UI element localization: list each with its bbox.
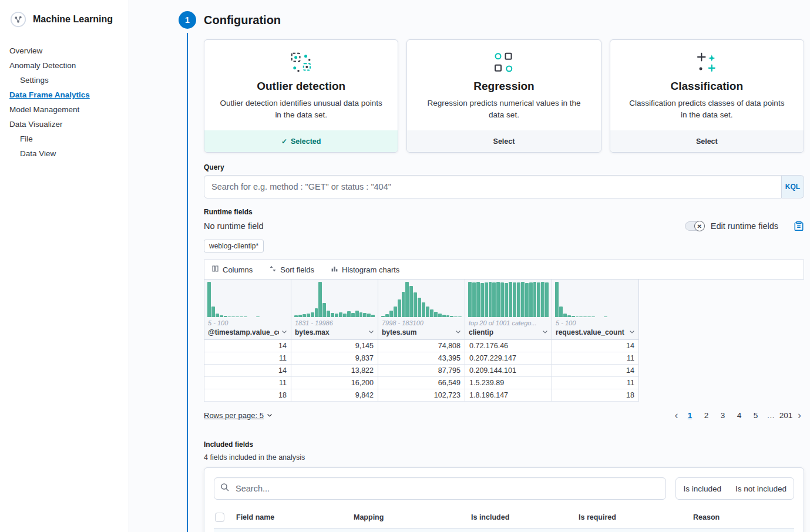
grid-cell[interactable]: 13,822 xyxy=(291,365,378,377)
query-input[interactable] xyxy=(204,175,782,198)
included-fields-panel: Is includedIs not included Field nameMap… xyxy=(204,467,804,532)
card-footer-button[interactable]: Select xyxy=(407,130,600,152)
column-header-timestamp-value-count[interactable]: 5 - 100@timestamp.value_count xyxy=(204,280,291,340)
sidebar-item-data-visualizer[interactable]: Data Visualizer xyxy=(0,117,129,132)
grid-cell[interactable]: 74,808 xyxy=(378,340,465,352)
column-name: bytes.max xyxy=(295,328,366,336)
grid-cell[interactable]: 1.8.196.147 xyxy=(465,389,552,402)
grid-cell[interactable]: 16,200 xyxy=(291,377,378,389)
filter-button-is-not-included[interactable]: Is not included xyxy=(728,478,794,499)
histogram-charts-button[interactable]: Histogram charts xyxy=(331,265,399,274)
columns-button[interactable]: Columns xyxy=(211,265,253,274)
card-title: Classification xyxy=(626,80,788,93)
pagination-ellipsis: … xyxy=(765,411,778,420)
column-header-request-value-count[interactable]: 5 - 100request.value_count xyxy=(552,280,639,340)
pagination-page-201[interactable]: 201 xyxy=(778,408,794,423)
grid-cell[interactable]: 66,549 xyxy=(378,377,465,389)
sidebar-item-file[interactable]: File xyxy=(0,132,129,146)
grid-cell[interactable]: 9,837 xyxy=(291,352,378,365)
sidebar-item-settings[interactable]: Settings xyxy=(0,73,129,87)
copy-icon[interactable] xyxy=(794,221,804,231)
app-title: Machine Learning xyxy=(33,14,113,25)
kql-button[interactable]: KQL xyxy=(782,175,804,198)
grid-cell[interactable]: 1.5.239.89 xyxy=(465,377,552,389)
card-description: Classification predicts classes of data … xyxy=(626,97,788,120)
columns-icon xyxy=(211,265,219,274)
column-name: clientip xyxy=(469,328,540,336)
grid-cell[interactable]: 11 xyxy=(552,352,639,365)
chevron-down-icon[interactable] xyxy=(368,328,374,336)
table-header-is-included[interactable]: Is included xyxy=(471,513,579,521)
histogram-chart xyxy=(291,280,378,317)
grid-cell[interactable]: 18 xyxy=(204,389,291,402)
card-footer-label: Select xyxy=(493,137,515,146)
pagination-prev-icon[interactable]: ‹ xyxy=(672,410,681,420)
filter-group: Is includedIs not included xyxy=(675,477,794,500)
grid-cell[interactable]: 14 xyxy=(204,340,291,352)
card-outlier-detection[interactable]: Outlier detectionOutlier detection ident… xyxy=(204,39,398,153)
histogram-chart xyxy=(378,280,465,317)
sort-fields-button-label: Sort fields xyxy=(280,265,314,274)
grid-cell[interactable]: 11 xyxy=(552,377,639,389)
grid-cell[interactable]: 11 xyxy=(204,352,291,365)
card-body: RegressionRegression predicts numerical … xyxy=(407,40,600,130)
grid-cell[interactable]: 87,795 xyxy=(378,365,465,377)
column-header-bytes-max[interactable]: 1831 - 19986bytes.max xyxy=(291,280,378,340)
column-header-bytes-sum[interactable]: 7998 - 183100bytes.sum xyxy=(378,280,465,340)
column-header-clientip[interactable]: top 20 of 1001 catego...clientip xyxy=(465,280,552,340)
grid-cell[interactable]: 102,723 xyxy=(378,389,465,402)
pagination-next-icon[interactable]: › xyxy=(795,410,804,420)
table-header-field-name[interactable]: Field name xyxy=(236,513,354,521)
sidebar-item-data-view[interactable]: Data View xyxy=(0,146,129,161)
data-grid: 5 - 100@timestamp.value_count1831 - 1998… xyxy=(204,280,639,402)
fields-search-input[interactable] xyxy=(234,483,660,494)
table-header-mapping[interactable]: Mapping xyxy=(354,513,471,521)
card-classification[interactable]: ClassificationClassification predicts cl… xyxy=(610,39,804,153)
pagination-page-2[interactable]: 2 xyxy=(699,408,714,423)
pagination-page-4[interactable]: 4 xyxy=(732,408,747,423)
table-header-is-required[interactable]: Is required xyxy=(579,513,693,521)
sort-fields-button[interactable]: Sort fields xyxy=(269,265,314,274)
machine-learning-logo-icon xyxy=(9,11,27,28)
grid-row: 149,14574,8080.72.176.4614 xyxy=(204,340,639,352)
chevron-down-icon[interactable] xyxy=(629,328,635,336)
filter-button-is-included[interactable]: Is included xyxy=(676,478,728,499)
grid-cell[interactable]: 9,842 xyxy=(291,389,378,402)
grid-cell[interactable]: 0.207.229.147 xyxy=(465,352,552,365)
grid-cell[interactable]: 14 xyxy=(552,340,639,352)
sidebar-item-overview[interactable]: Overview xyxy=(0,43,129,58)
pagination: ‹12345…201› xyxy=(672,408,805,423)
card-body: Outlier detectionOutlier detection ident… xyxy=(204,40,398,130)
edit-runtime-fields-toggle[interactable]: ✕ xyxy=(685,221,705,231)
card-regression[interactable]: RegressionRegression predicts numerical … xyxy=(406,39,601,153)
grid-cell[interactable]: 9,145 xyxy=(291,340,378,352)
card-footer-button[interactable]: ✓Selected xyxy=(204,130,398,152)
grid-cell[interactable]: 14 xyxy=(204,365,291,377)
table-header-reason[interactable]: Reason xyxy=(693,513,794,521)
grid-cell[interactable]: 43,395 xyxy=(378,352,465,365)
chevron-down-icon[interactable] xyxy=(542,328,548,336)
grid-cell[interactable]: 11 xyxy=(204,377,291,389)
pagination-page-5[interactable]: 5 xyxy=(748,408,764,423)
grid-cell[interactable]: 0.72.176.46 xyxy=(465,340,552,352)
card-footer-button[interactable]: Select xyxy=(610,130,804,152)
grid-cell[interactable]: 18 xyxy=(552,389,639,402)
step-progress-line xyxy=(187,33,188,532)
sidebar-item-model-management[interactable]: Model Management xyxy=(0,102,129,117)
pagination-page-1[interactable]: 1 xyxy=(683,408,698,423)
grid-cell[interactable]: 0.209.144.101 xyxy=(465,365,552,377)
query-label: Query xyxy=(204,163,804,171)
card-title: Outlier detection xyxy=(220,80,382,93)
select-all-checkbox[interactable] xyxy=(215,513,224,522)
sidebar-item-anomaly-detection[interactable]: Anomaly Detection xyxy=(0,58,129,73)
rows-per-page-button[interactable]: Rows per page: 5 xyxy=(204,411,273,420)
fields-table-body: @timestamp.value_countlongYesNobytes.max… xyxy=(214,528,794,532)
grid-cell[interactable]: 14 xyxy=(552,365,639,377)
histogram-chart xyxy=(552,280,638,317)
chevron-down-icon[interactable] xyxy=(281,328,287,336)
chevron-down-icon[interactable] xyxy=(455,328,461,336)
grid-row: 1116,20066,5491.5.239.8911 xyxy=(204,377,639,389)
card-description: Outlier detection identifies unusual dat… xyxy=(220,97,382,120)
pagination-page-3[interactable]: 3 xyxy=(715,408,731,423)
sidebar-item-data-frame-analytics[interactable]: Data Frame Analytics xyxy=(0,87,129,102)
